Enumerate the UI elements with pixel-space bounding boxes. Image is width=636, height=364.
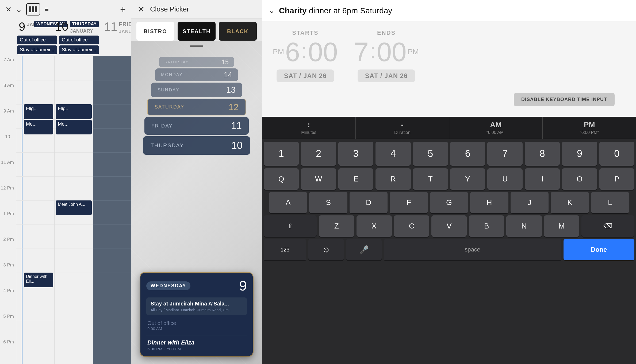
num-key-7[interactable]: 7 bbox=[487, 142, 522, 166]
kb-key-q[interactable]: Q bbox=[264, 168, 299, 190]
kb-key-n[interactable]: N bbox=[506, 215, 542, 237]
num-key-1[interactable]: 1 bbox=[264, 142, 299, 166]
close-button[interactable]: ✕ bbox=[5, 5, 12, 14]
kb-key-y[interactable]: Y bbox=[450, 168, 485, 190]
date-card-15[interactable]: SATURDAY 15 bbox=[159, 57, 234, 67]
active-card-hotel-event[interactable]: Stay at Jumeirah Mina A'Sala... All Day … bbox=[146, 297, 247, 315]
start-colon: : bbox=[301, 38, 307, 63]
kb-key-z[interactable]: Z bbox=[319, 215, 354, 237]
date-card-13[interactable]: SUNDAY 13 bbox=[151, 83, 242, 97]
kb-key-h[interactable]: H bbox=[470, 192, 508, 213]
cal-event-flight-thu[interactable]: Flig... bbox=[56, 104, 91, 119]
kb-func-symbol-dash: - bbox=[401, 121, 403, 129]
kb-func-am[interactable]: AM "6:00 AM" bbox=[449, 117, 543, 139]
kb-key-t[interactable]: T bbox=[413, 168, 448, 190]
end-ampm: PM bbox=[408, 48, 419, 56]
start-time-display[interactable]: PM 6 : 00 bbox=[273, 38, 338, 65]
kb-key-backspace[interactable]: ⌫ bbox=[581, 215, 634, 237]
kb-key-d[interactable]: D bbox=[350, 192, 388, 213]
kb-key-emoji[interactable]: ☺ bbox=[308, 239, 344, 260]
kb-key-l[interactable]: L bbox=[591, 192, 629, 213]
start-date-badge[interactable]: SAT / JAN 26 bbox=[277, 69, 334, 82]
kb-func-pm[interactable]: PM "6:00 PM" bbox=[543, 117, 636, 139]
picker-3d-container[interactable]: SATURDAY 15 MONDAY 14 SUNDAY 13 SATURDAY… bbox=[131, 41, 262, 364]
kb-key-j[interactable]: J bbox=[511, 192, 549, 213]
active-card-header: WEDNESDAY 9 bbox=[146, 278, 247, 294]
hour-line bbox=[93, 104, 131, 104]
kb-key-g[interactable]: G bbox=[430, 192, 468, 213]
kb-key-r[interactable]: R bbox=[376, 168, 411, 190]
kb-key-shift[interactable]: ⇧ bbox=[264, 215, 317, 237]
kb-key-w[interactable]: W bbox=[301, 168, 336, 190]
kb-key-f[interactable]: F bbox=[390, 192, 428, 213]
day-col-wednesday[interactable]: 9 WEDNESDAY JANUARY bbox=[16, 19, 53, 36]
cal-event-meeting-thu[interactable]: Me... bbox=[56, 120, 91, 134]
date-card-10[interactable]: THURSDAY 10 bbox=[143, 136, 250, 155]
kb-key-mic[interactable]: 🎤 bbox=[346, 239, 382, 260]
active-card-dinner-event[interactable]: Dinner with Eliza 6:00 PM - 7:00 PM bbox=[146, 335, 247, 351]
hour-line bbox=[16, 224, 54, 225]
num-key-0[interactable]: 0 bbox=[599, 142, 634, 166]
cal-event-flight-wed[interactable]: Flig... bbox=[24, 104, 53, 119]
vert-bar-wed bbox=[22, 56, 22, 364]
add-event-button[interactable]: + bbox=[120, 4, 126, 15]
date-card-12[interactable]: SATURDAY 12 bbox=[147, 99, 246, 115]
num-key-9[interactable]: 9 bbox=[562, 142, 597, 166]
num-key-2[interactable]: 2 bbox=[301, 142, 336, 166]
kb-key-k[interactable]: K bbox=[551, 192, 589, 213]
allday-event-oof-thu[interactable]: Out of office bbox=[59, 36, 99, 44]
kb-func-minutes[interactable]: : Minutes bbox=[262, 117, 356, 139]
kb-func-duration[interactable]: - Duration bbox=[356, 117, 449, 139]
picker-close-button[interactable]: ✕ bbox=[137, 4, 145, 14]
end-date-badge[interactable]: SAT / JAN 26 bbox=[358, 69, 415, 82]
active-date-card[interactable]: WEDNESDAY 9 Stay at Jumeirah Mina A'Sala… bbox=[140, 273, 253, 356]
kb-key-m[interactable]: M bbox=[544, 215, 579, 237]
theme-tab-black[interactable]: BLACK bbox=[219, 22, 257, 41]
date-card-11[interactable]: FRIDAY 11 bbox=[144, 117, 249, 135]
cal-event-dinner-wed[interactable]: Dinner with Eli... bbox=[24, 273, 53, 287]
theme-tab-stealth[interactable]: STEALTH bbox=[178, 22, 216, 41]
num-key-5[interactable]: 5 bbox=[413, 142, 448, 166]
hour-line bbox=[93, 176, 131, 177]
cal-event-meeting-wed[interactable]: Me... bbox=[24, 120, 53, 134]
card-day-fri-11: FRIDAY bbox=[151, 123, 173, 129]
allday-event-oof-wed[interactable]: Out of office bbox=[17, 36, 57, 44]
hour-line bbox=[16, 80, 54, 80]
kb-key-s[interactable]: S bbox=[309, 192, 347, 213]
card-num-10: 10 bbox=[231, 140, 243, 151]
day-col-thursday[interactable]: 10 THURSDAY JANUARY bbox=[53, 19, 101, 36]
allday-event-hotel-thu[interactable]: Stay at Jumeir... bbox=[59, 45, 99, 54]
kb-key-v[interactable]: V bbox=[431, 215, 467, 237]
kb-key-done[interactable]: Done bbox=[564, 239, 634, 260]
num-key-3[interactable]: 3 bbox=[338, 142, 373, 166]
disable-keyboard-button[interactable]: DISABLE KEYBOARD TIME INPUT bbox=[514, 93, 615, 106]
kb-key-e[interactable]: E bbox=[338, 168, 373, 190]
hour-line bbox=[16, 297, 54, 297]
time-4pm: 4 Pm bbox=[0, 287, 16, 313]
kb-key-u[interactable]: U bbox=[487, 168, 522, 190]
theme-tab-bistro[interactable]: BISTRO bbox=[136, 22, 174, 41]
kb-key-b[interactable]: B bbox=[469, 215, 504, 237]
chevron-down-icon[interactable]: ⌄ bbox=[269, 6, 275, 15]
kb-key-o[interactable]: O bbox=[562, 168, 597, 190]
cal-event-meet-john[interactable]: Meet John A... bbox=[56, 200, 91, 215]
grid-view-button[interactable] bbox=[26, 3, 40, 16]
active-card-oof-event[interactable]: Out of office 9:00 AM bbox=[146, 318, 247, 335]
chevron-button[interactable]: ⌄ bbox=[16, 5, 22, 14]
kb-key-i[interactable]: I bbox=[525, 168, 560, 190]
end-time-display[interactable]: 7 : 00 PM bbox=[354, 38, 419, 65]
kb-key-p[interactable]: P bbox=[599, 168, 634, 190]
date-card-14[interactable]: MONDAY 14 bbox=[155, 68, 238, 81]
kb-key-space[interactable]: space bbox=[384, 239, 561, 260]
num-key-6[interactable]: 6 bbox=[450, 142, 485, 166]
kb-key-a[interactable]: A bbox=[269, 192, 307, 213]
card-num-14: 14 bbox=[224, 71, 232, 79]
kb-key-123[interactable]: 123 bbox=[264, 239, 306, 260]
num-key-8[interactable]: 8 bbox=[525, 142, 560, 166]
allday-col-thu: Out of office Stay at Jumeir... bbox=[58, 36, 100, 54]
kb-key-c[interactable]: C bbox=[394, 215, 429, 237]
allday-event-hotel-wed[interactable]: Stay at Jumeir... bbox=[17, 45, 57, 54]
kb-key-x[interactable]: X bbox=[357, 215, 392, 237]
list-view-button[interactable]: ≡ bbox=[44, 5, 49, 14]
num-key-4[interactable]: 4 bbox=[376, 142, 411, 166]
